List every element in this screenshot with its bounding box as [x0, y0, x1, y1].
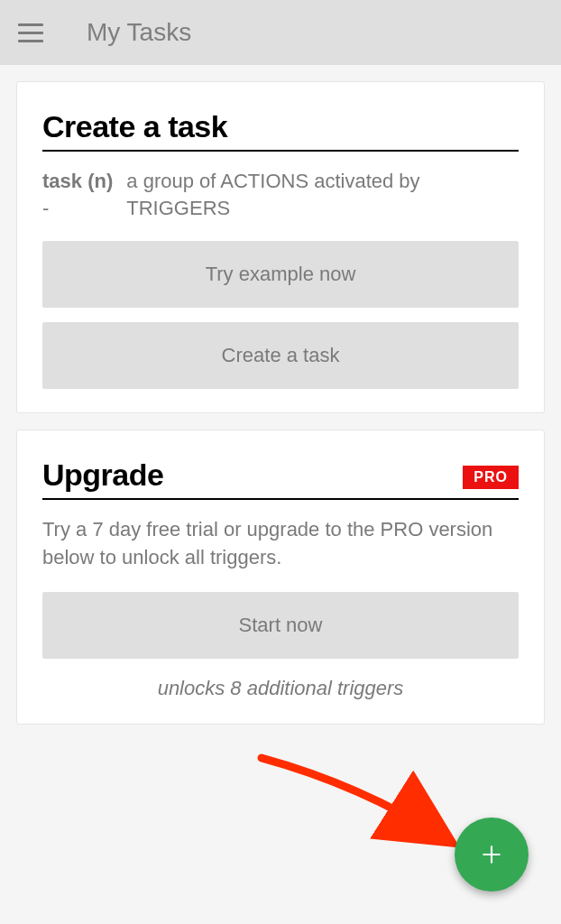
create-task-card: Create a task task (n) - a group of ACTI…: [16, 81, 545, 413]
unlock-note: unlocks 8 additional triggers: [42, 677, 519, 700]
pro-badge: PRO: [463, 466, 519, 489]
start-now-button[interactable]: Start now: [42, 592, 519, 659]
card-header: Create a task: [42, 109, 519, 152]
plus-icon: [480, 843, 503, 866]
create-task-button[interactable]: Create a task: [42, 322, 519, 389]
card-title: Upgrade: [42, 457, 163, 493]
add-task-fab[interactable]: [455, 818, 529, 892]
try-example-button[interactable]: Try example now: [42, 241, 519, 308]
hamburger-menu-icon[interactable]: [13, 14, 49, 51]
definition-term: task (n): [42, 170, 113, 192]
task-definition: task (n) - a group of ACTIONS activated …: [42, 168, 519, 221]
definition-body: a group of ACTIONS activated by TRIGGERS: [126, 168, 519, 221]
card-title: Create a task: [42, 109, 227, 144]
app-toolbar: My Tasks: [0, 0, 561, 65]
annotation-arrow-icon: [253, 749, 487, 875]
page-title: My Tasks: [87, 18, 191, 47]
upgrade-description: Try a 7 day free trial or upgrade to the…: [42, 516, 519, 572]
content-area: Create a task task (n) - a group of ACTI…: [0, 65, 561, 741]
definition-separator: -: [42, 197, 52, 219]
card-header: Upgrade PRO: [42, 457, 519, 500]
upgrade-card: Upgrade PRO Try a 7 day free trial or up…: [16, 430, 545, 725]
